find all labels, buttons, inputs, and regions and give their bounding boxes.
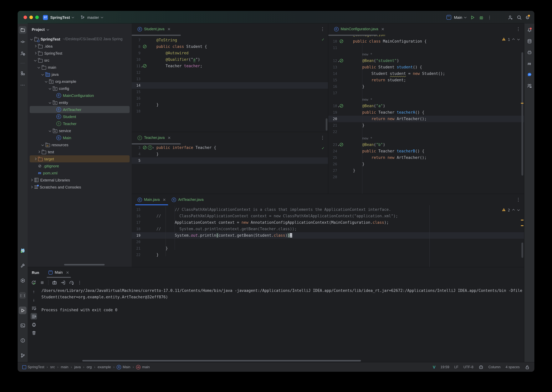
tree-item-idea[interactable]: .idea — [30, 42, 130, 50]
stripe-button-maven[interactable]: m — [525, 60, 533, 67]
search-icon[interactable] — [516, 15, 522, 20]
horizontal-splitter[interactable] — [132, 132, 328, 132]
editor-tab-options-icon[interactable]: ⋮ — [516, 26, 521, 32]
stripe-button-database[interactable] — [525, 37, 533, 45]
project-selector[interactable]: SpringTest — [50, 15, 70, 20]
tree-horizontal-scrollbar[interactable] — [64, 264, 105, 266]
run-toolbar-thread-dump-icon[interactable] — [52, 280, 57, 285]
tree-chevron-icon[interactable] — [49, 129, 51, 132]
editor-horizontal-scrollbar[interactable] — [132, 35, 181, 36]
code-area[interactable]: 15 // ClassPathXmlApplicationContext is … — [132, 205, 524, 267]
status-encoding[interactable]: UTF-8 — [463, 365, 473, 369]
ai-assistant-icon[interactable] — [478, 364, 483, 370]
spring-bean-gutter-icon[interactable]: ↙ — [339, 142, 344, 147]
minimize-window-button[interactable] — [29, 15, 33, 19]
editor-vertical-scrollbar[interactable] — [521, 243, 523, 258]
horizontal-splitter[interactable] — [132, 194, 524, 194]
add-user-icon[interactable] — [508, 15, 513, 20]
console-arrow-down-icon[interactable]: ↓ — [31, 297, 37, 303]
stripe-button-notifications[interactable] — [525, 26, 533, 34]
close-icon[interactable]: ✕ — [168, 135, 171, 140]
run-toolbar-stop-icon[interactable] — [40, 280, 45, 285]
console-horizontal-scrollbar[interactable] — [82, 360, 361, 361]
tree-chevron-icon[interactable] — [38, 66, 40, 69]
spring-bean-gutter-icon[interactable] — [339, 39, 344, 44]
tree-chevron-icon[interactable] — [41, 144, 44, 146]
run-toolbar-open-results-icon[interactable] — [61, 280, 65, 285]
tree-item-springtest[interactable]: SpringTest~/Desktop/CS/JavaEE/2 Java Spr… — [30, 35, 130, 42]
debug-button[interactable] — [479, 15, 484, 20]
breadcrumb-java[interactable]: java — [74, 365, 81, 369]
tree-item-mainconfiguration[interactable]: CMainConfiguration — [30, 92, 130, 99]
editor-tab-options-icon[interactable]: ⋮ — [320, 135, 325, 140]
tree-item-resources[interactable]: resources — [30, 141, 130, 148]
editor-tab-student-java[interactable]: CStudent.java✕ — [135, 23, 173, 35]
code-area[interactable]: 3I↓public interface Teacher {4}5✓ — [132, 143, 328, 194]
tree-item-orgexample[interactable]: org.example — [30, 78, 130, 85]
status-line-separator[interactable]: LF — [454, 365, 458, 369]
breadcrumb-main[interactable]: CMain — [117, 365, 130, 369]
stripe-button-project-folder[interactable] — [19, 26, 27, 34]
editor-tab-options-icon[interactable]: ⋮ — [516, 197, 521, 202]
tree-chevron-icon[interactable] — [30, 179, 33, 181]
stripe-button-brackets[interactable]: [ ] — [19, 292, 27, 299]
code-area[interactable]: 7@ToString8public class Student {9 @Auto… — [132, 35, 328, 132]
console-arrow-up-icon[interactable]: ↑ — [31, 288, 37, 295]
spring-bean-gutter-icon[interactable] — [143, 145, 147, 150]
breadcrumb-springtest[interactable]: SpringTest — [22, 365, 44, 369]
editor-tab-main-java[interactable]: CMain.java✕ — [135, 194, 169, 205]
tree-chevron-icon[interactable] — [41, 73, 44, 76]
tree-item-teacher[interactable]: ITeacher — [30, 120, 130, 127]
tree-item-service[interactable]: service — [30, 127, 130, 134]
stripe-button-code-with-me[interactable] — [525, 82, 533, 90]
warning-stripe-mark[interactable] — [521, 220, 523, 221]
prev-problem-chevron-icon[interactable] — [512, 38, 515, 41]
tree-chevron-icon[interactable] — [49, 87, 51, 90]
tree-item-gitignore[interactable]: ⊘.gitignore — [30, 162, 130, 169]
settings-gear-icon[interactable]: ⚙ — [525, 14, 530, 20]
project-badge-icon[interactable]: ST — [43, 15, 48, 20]
console-scroll-to-end-icon[interactable] — [31, 313, 37, 320]
tree-chevron-icon[interactable] — [34, 158, 36, 160]
console-output[interactable]: /Users/eve/Library/Java/JavaVirtualMachi… — [42, 287, 523, 359]
tree-item-springtest[interactable]: SpringTest — [30, 50, 130, 57]
stripe-button-services[interactable] — [19, 277, 27, 284]
editor-horizontal-scrollbar[interactable] — [328, 35, 377, 36]
status-indent[interactable]: 4 spaces — [506, 365, 520, 369]
stripe-button-pull-requests[interactable] — [19, 50, 27, 57]
next-problem-chevron-icon[interactable] — [517, 209, 520, 211]
editor-tab-mainconfiguration-java[interactable]: CMainConfiguration.java✕ — [331, 23, 387, 35]
tree-item-student[interactable]: CStudent — [30, 113, 130, 120]
tree-chevron-icon[interactable] — [38, 151, 40, 153]
editor-vertical-scrollbar[interactable] — [326, 118, 327, 131]
editor-vertical-scrollbar[interactable] — [521, 52, 523, 175]
implementations-gutter-icon[interactable]: I↓ — [148, 145, 152, 150]
editor-tab-artteacher-java[interactable]: CArtTeacher.java — [169, 194, 207, 205]
close-icon[interactable]: ✕ — [381, 27, 384, 31]
warning-stripe-mark[interactable] — [521, 103, 523, 104]
tree-chevron-icon[interactable] — [30, 186, 33, 188]
stripe-button-ai-assistant[interactable] — [525, 49, 533, 56]
tree-chevron-icon[interactable] — [30, 38, 33, 40]
tree-item-artteacher[interactable]: CArtTeacher — [30, 106, 130, 113]
tree-item-pomxml[interactable]: mpom.xml — [30, 169, 130, 176]
editor-horizontal-scrollbar[interactable] — [132, 143, 181, 145]
spring-bean-gutter-icon[interactable]: ↙ — [339, 58, 344, 63]
breadcrumb-org[interactable]: org — [86, 365, 92, 369]
run-toolbar-rerun-icon[interactable] — [31, 280, 36, 285]
tree-chevron-icon[interactable] — [49, 101, 51, 104]
run-config-selector[interactable]: Main — [454, 15, 462, 20]
stripe-button-plugin-avatar[interactable] — [19, 247, 27, 254]
stripe-button-run-play[interactable] — [19, 307, 27, 314]
editor-tab-teacher-java[interactable]: ITeacher.java✕ — [135, 132, 174, 143]
tree-chevron-icon[interactable] — [34, 59, 36, 62]
tree-item-externallibraries[interactable]: External Libraries — [30, 176, 130, 183]
project-panel-header[interactable]: Project — [28, 24, 132, 32]
tree-item-main[interactable]: main — [30, 64, 130, 71]
inspection-widget[interactable]: ✓ — [322, 146, 324, 150]
spring-bean-gutter-icon[interactable]: ↙ — [339, 104, 344, 108]
inspection-widget[interactable]: 2 — [502, 208, 520, 213]
breadcrumb-main[interactable]: mmain — [136, 365, 150, 369]
stripe-button-chat[interactable] — [525, 71, 533, 78]
status-column-mode[interactable]: Column — [488, 365, 501, 369]
